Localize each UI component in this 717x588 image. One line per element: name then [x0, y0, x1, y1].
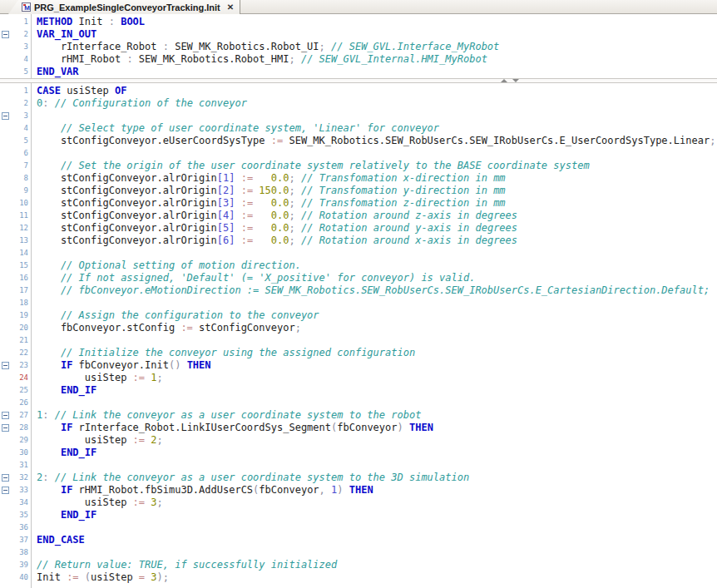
code-line: 5END_VAR [0, 66, 717, 78]
code-text[interactable]: VAR_IN_OUT [31, 28, 96, 41]
fold-gutter [0, 247, 12, 259]
code-text[interactable]: IF rHMI_Robot.fbSimu3D.AddUserCS(fbConve… [31, 484, 373, 497]
code-line: 4 rHMI_Robot : SEW_MK_Robotics.Robot_HMI… [0, 53, 717, 66]
code-line: 14 [0, 247, 717, 259]
fold-gutter [0, 397, 12, 409]
code-text[interactable] [31, 147, 37, 160]
line-number: 36 [12, 521, 31, 534]
code-text[interactable]: stConfigConveyor.alrOrigin[4] := 0.0; //… [31, 210, 517, 222]
code-line: 18 [0, 297, 717, 309]
fold-collapse-icon[interactable] [2, 474, 9, 482]
code-text[interactable]: // fbConveyor.eMotionDirection := SEW_MK… [31, 284, 710, 297]
code-text[interactable] [31, 546, 37, 559]
code-text[interactable]: // Select type of user coordinate system… [31, 122, 439, 135]
line-number: 5 [12, 66, 31, 78]
fold-gutter [0, 259, 12, 272]
fold-gutter [0, 509, 12, 521]
code-text[interactable]: usiStep := 2; [31, 434, 163, 447]
fold-gutter [0, 284, 12, 297]
code-text[interactable]: IF rInterface_Robot.LinkIUserCoordSys_Se… [31, 422, 433, 434]
code-text[interactable] [31, 397, 37, 409]
line-number: 32 [12, 472, 31, 484]
code-line: 322: // Link the conveyor as a user coor… [0, 472, 717, 484]
code-text[interactable]: rHMI_Robot : SEW_MK_Robotics.Robot_HMI; … [31, 53, 487, 66]
code-text[interactable] [31, 334, 37, 347]
line-number: 5 [12, 135, 31, 147]
code-text[interactable]: 1: // Link the conveyor as a user coordi… [31, 409, 421, 422]
fold-gutter [0, 521, 12, 534]
fold-gutter [0, 53, 12, 66]
code-text[interactable] [31, 297, 37, 309]
code-text[interactable]: END_IF [31, 509, 96, 521]
fold-collapse-icon[interactable] [2, 112, 9, 120]
code-line: 11 stConfigConveyor.alrOrigin[4] := 0.0;… [0, 210, 717, 222]
line-number: 11 [12, 210, 31, 222]
code-line: 12 stConfigConveyor.alrOrigin[5] := 0.0;… [0, 222, 717, 235]
line-number: 30 [12, 447, 31, 459]
code-text[interactable] [31, 110, 37, 122]
fold-gutter [0, 472, 12, 484]
code-text[interactable]: Init := (usiStep = 3); [31, 571, 169, 584]
code-line: 24 usiStep := 1; [0, 372, 717, 384]
code-text[interactable]: stConfigConveyor.eUserCoordSysType := SE… [31, 135, 715, 147]
fold-collapse-icon[interactable] [2, 412, 9, 419]
code-text[interactable]: // Set the origin of the user coordinate… [31, 160, 590, 172]
code-text[interactable]: 2: // Link the conveyor as a user coordi… [31, 472, 469, 484]
line-number: 33 [12, 484, 31, 497]
code-text[interactable]: usiStep := 3; [31, 497, 163, 509]
code-text[interactable]: rInterface_Robot : SEW_MK_Robotics.Robot… [31, 41, 499, 53]
code-text[interactable]: END_IF [31, 384, 96, 397]
fold-gutter [0, 309, 12, 322]
line-number: 13 [12, 235, 31, 247]
fold-gutter [0, 447, 12, 459]
code-text[interactable]: // Optional setting of motion direction. [31, 259, 301, 272]
code-text[interactable]: stConfigConveyor.alrOrigin[6] := 0.0; //… [31, 235, 517, 247]
code-line: 16 // If not assigned, 'Default' (= 'X_p… [0, 272, 717, 284]
fold-collapse-icon[interactable] [2, 31, 9, 38]
code-line: 36 [0, 521, 717, 534]
code-text[interactable]: CASE usiStep OF [31, 85, 126, 97]
fold-gutter [0, 534, 12, 546]
code-line: 9 stConfigConveyor.alrOrigin[2] := 150.0… [0, 185, 717, 197]
code-text[interactable]: METHOD Init : BOOL [31, 16, 145, 28]
code-text[interactable]: END_CASE [31, 534, 85, 546]
fold-collapse-icon[interactable] [2, 424, 9, 432]
fold-gutter [0, 546, 12, 559]
code-line: 3 [0, 110, 717, 122]
code-text[interactable]: usiStep := 1; [31, 372, 163, 384]
code-text[interactable] [31, 521, 37, 534]
line-number: 23 [12, 359, 31, 372]
code-text[interactable]: // Return value: TRUE, if successfully i… [31, 559, 337, 571]
code-text[interactable] [31, 247, 37, 259]
code-text[interactable]: stConfigConveyor.alrOrigin[3] := 0.0; //… [31, 197, 506, 210]
splitter-down-icon[interactable] [512, 79, 519, 82]
code-text[interactable]: END_IF [31, 447, 96, 459]
tab-close-icon[interactable]: ✕ [227, 2, 234, 12]
code-text[interactable]: // Assign the configuration to the conve… [31, 309, 319, 322]
code-text[interactable]: // If not assigned, 'Default' (= 'X_posi… [31, 272, 475, 284]
fold-gutter [0, 322, 12, 334]
fold-collapse-icon[interactable] [2, 362, 9, 369]
fold-gutter [0, 571, 12, 584]
fold-gutter [0, 185, 12, 197]
fold-gutter [0, 28, 12, 41]
line-number: 1 [12, 85, 31, 97]
code-text[interactable]: // Initialize the conveyor using the ass… [31, 347, 415, 359]
fold-collapse-icon[interactable] [2, 487, 9, 494]
code-text[interactable]: stConfigConveyor.alrOrigin[5] := 0.0; //… [31, 222, 517, 235]
code-text[interactable]: 0: // Configuration of the conveyor [31, 97, 247, 110]
editor-tab[interactable]: M PRG_ExampleSingleConveyorTracking.Init… [8, 0, 240, 14]
code-line: 17 // fbConveyor.eMotionDirection := SEW… [0, 284, 717, 297]
fold-gutter [0, 272, 12, 284]
splitter-up-icon[interactable] [501, 79, 507, 82]
code-text[interactable]: stConfigConveyor.alrOrigin[1] := 0.0; //… [31, 172, 506, 185]
line-number: 40 [12, 571, 31, 584]
code-line: 20 fbConveyor.stConfig := stConfigConvey… [0, 322, 717, 334]
code-text[interactable]: fbConveyor.stConfig := stConfigConveyor; [31, 322, 301, 334]
code-text[interactable]: stConfigConveyor.alrOrigin[2] := 150.0; … [31, 185, 506, 197]
code-text[interactable]: END_VAR [31, 66, 79, 78]
line-number: 8 [12, 172, 31, 185]
code-text[interactable]: IF fbConveyor.Init() THEN [31, 359, 211, 372]
code-text[interactable] [31, 459, 37, 472]
code-line: 8 stConfigConveyor.alrOrigin[1] := 0.0; … [0, 172, 717, 185]
